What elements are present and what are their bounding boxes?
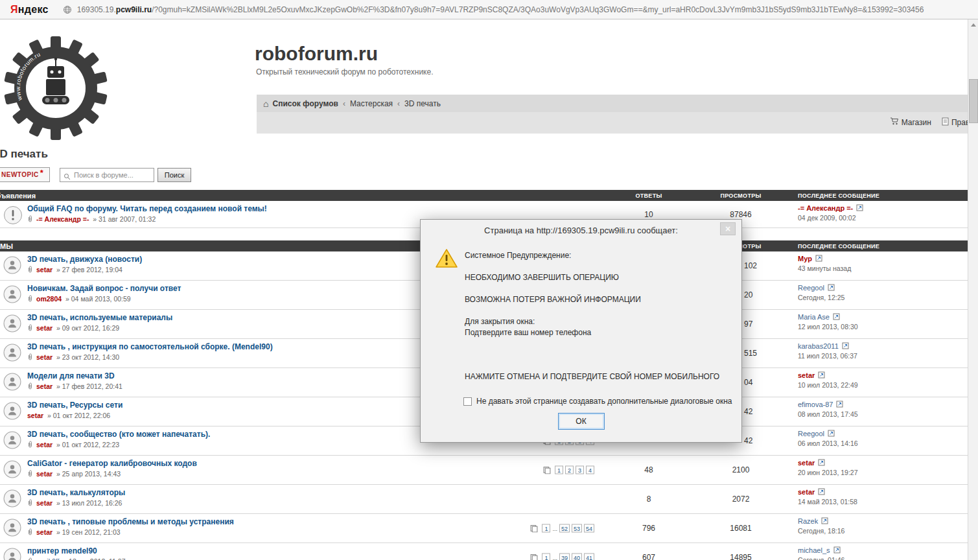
scroll-up-arrow-icon[interactable] [968, 19, 978, 30]
page-number-button[interactable]: 1 [555, 466, 563, 474]
topic-title-link[interactable]: 3D печать , инструкция по самостоятельно… [27, 342, 273, 352]
page-number-button[interactable]: 2 [565, 466, 574, 474]
lastpost-author-link[interactable]: michael_s [798, 546, 830, 554]
shop-link[interactable]: Магазин [890, 117, 931, 127]
topic-title-link[interactable]: 3D печать , типовые проблемы и методы ус… [27, 517, 234, 527]
topic-title-link[interactable]: принтер mendel90 [27, 546, 126, 556]
topic-title-link[interactable]: Модели для печати 3D [27, 371, 122, 381]
topic-main-cell: принтер mendel90yozik0ff » 13 авг 2012, … [0, 543, 607, 560]
topic-title-link[interactable]: 3D печать, калькуляторы [27, 488, 125, 498]
goto-lastpost-icon[interactable] [836, 401, 843, 409]
page-number-button[interactable]: 4 [586, 466, 594, 474]
lastpost-author-link[interactable]: efimova-87 [798, 401, 833, 408]
search-button[interactable]: Поиск [157, 168, 191, 182]
yandex-logo-letter: Я [10, 4, 18, 15]
ok-button[interactable]: ОК [558, 413, 605, 430]
author-link[interactable]: setar [27, 412, 43, 419]
lastpost-author-link[interactable]: karabas2011 [798, 342, 839, 350]
author-link[interactable]: setar [36, 353, 52, 361]
goto-lastpost-icon[interactable] [828, 430, 835, 438]
author-link[interactable]: setar [36, 470, 52, 478]
lastpost-author-link[interactable]: Reegool [798, 284, 824, 292]
lastpost-author-link[interactable]: setar [798, 459, 815, 467]
page-number-button[interactable]: 41 [584, 554, 594, 560]
views-count: 16081 [690, 514, 791, 542]
goto-lastpost-icon[interactable] [833, 313, 840, 321]
author-link[interactable]: yozik0ff [36, 557, 59, 560]
topic-icon [3, 313, 21, 338]
lastpost-date: 11 июл 2013, 06:37 [798, 352, 978, 360]
topic-title-link[interactable]: Общий FAQ по форуму. Читать перед создан… [27, 204, 267, 214]
topic-text: CaliGator - генератор калибровочных кодо… [27, 459, 197, 484]
page-number-button[interactable]: 53 [572, 524, 582, 533]
topic-title-link[interactable]: 3D печать, Ресурсы сети [27, 401, 122, 410]
lastpost-cell: Maria Ase12 июл 2013, 08:30 [791, 310, 978, 338]
topic-meta: om2804 » 04 май 2013, 00:59 [27, 295, 181, 303]
topic-title-link[interactable]: 3D печать, движуха (новости) [27, 255, 142, 264]
lastpost-author-link[interactable]: setar [798, 371, 815, 379]
breadcrumb: ⌂ Список форумов ‹ Мастерская ‹ 3D печат… [257, 95, 978, 112]
author-link[interactable]: setar [36, 499, 52, 507]
header-links-bar: Магазин Прави [257, 112, 978, 134]
lastpost-author-link[interactable]: setar [798, 488, 815, 496]
scrollbar-thumb[interactable] [969, 79, 978, 123]
goto-lastpost-icon[interactable] [818, 371, 825, 380]
goto-lastpost-icon[interactable] [856, 204, 863, 213]
page-number-button[interactable]: 40 [572, 554, 582, 560]
search-input[interactable] [60, 168, 154, 182]
post-date: » 13 авг 2012, 11:07 [61, 557, 125, 560]
goto-lastpost-icon[interactable] [828, 284, 835, 292]
goto-lastpost-icon[interactable] [833, 546, 841, 555]
author-link[interactable]: setar [36, 528, 52, 536]
page-number-button[interactable]: 54 [584, 524, 594, 533]
dialog-message-line: ВОЗМОЖНА ПОТЕРЯ ВАЖНОЙ ИНФОРМАЦИИ [465, 295, 732, 304]
breadcrumb-forum-list[interactable]: Список форумов [272, 99, 338, 108]
topic-title-link[interactable]: 3D печать, используемые материалы [27, 313, 172, 323]
author-link[interactable]: setar [36, 266, 52, 274]
breadcrumb-masterskaya[interactable]: Мастерская [350, 99, 393, 108]
author-link[interactable]: setar [36, 382, 52, 390]
close-icon[interactable]: × [720, 222, 736, 235]
url-domain: pcw9ili.ru [116, 5, 152, 14]
topic-title-link[interactable]: CaliGator - генератор калибровочных кодо… [27, 459, 197, 469]
goto-lastpost-icon[interactable] [818, 488, 825, 496]
author-link[interactable]: -= Александр =- [36, 215, 89, 223]
lastpost-author-link[interactable]: Maria Ase [798, 313, 830, 321]
page-number-button[interactable]: 3 [576, 466, 584, 474]
paperclip-icon [27, 266, 33, 274]
address-bar[interactable]: 169305.19.pcw9ili.ru/?0gmuh=kZMSilAWk%2B… [77, 5, 978, 14]
replies-count: 607 [607, 543, 690, 560]
post-date: » 09 окт 2012, 16:29 [54, 324, 119, 332]
lastpost-author-link[interactable]: Мур [798, 255, 812, 262]
lastpost-date: Сегодня, 18:16 [798, 527, 978, 535]
pagination-ellipsis: ... [552, 525, 557, 531]
page-number-button[interactable]: 52 [559, 524, 570, 533]
goto-lastpost-icon[interactable] [842, 342, 849, 351]
author-link[interactable]: setar [36, 441, 52, 449]
topic-title-link[interactable]: Новичкам. Задай вопрос - получи ответ [27, 284, 181, 294]
home-icon[interactable]: ⌂ [263, 99, 268, 109]
topic-main-cell: CaliGator - генератор калибровочных кодо… [0, 456, 607, 484]
goto-lastpost-icon[interactable] [818, 459, 825, 467]
lastpost-cell: RazekСегодня, 18:16 [791, 514, 978, 542]
newtopic-button[interactable]: NEWTOPIC * [0, 167, 50, 182]
goto-lastpost-icon[interactable] [821, 517, 828, 526]
suppress-dialogs-checkbox[interactable] [463, 397, 472, 406]
roboforum-logo[interactable]: www.roboforum.ru [1, 34, 110, 143]
topic-main-cell: 3D печать , типовые проблемы и методы ус… [0, 514, 607, 542]
lastpost-author-link[interactable]: -= Александр =- [798, 204, 853, 212]
lastpost-cell: setar20 июн 2013, 19:27 [791, 456, 978, 484]
page-number-button[interactable]: 1 [542, 524, 550, 533]
lastpost-author-link[interactable]: Razek [798, 517, 818, 525]
lastpost-date: Сегодня, 12:25 [798, 294, 978, 301]
lastpost-author-link[interactable]: Reegool [798, 430, 824, 438]
breadcrumb-3d-print[interactable]: 3D печать [404, 99, 441, 108]
goto-lastpost-icon[interactable] [815, 255, 822, 263]
author-link[interactable]: setar [36, 324, 52, 332]
page-number-button[interactable]: 1 [542, 554, 550, 560]
page-number-button[interactable]: 39 [559, 554, 570, 560]
topic-title-link[interactable]: 3D печать, сообщество (кто может напечат… [27, 430, 210, 439]
author-link[interactable]: om2804 [36, 295, 62, 303]
cart-icon [890, 117, 899, 127]
vertical-scrollbar[interactable] [968, 19, 978, 560]
